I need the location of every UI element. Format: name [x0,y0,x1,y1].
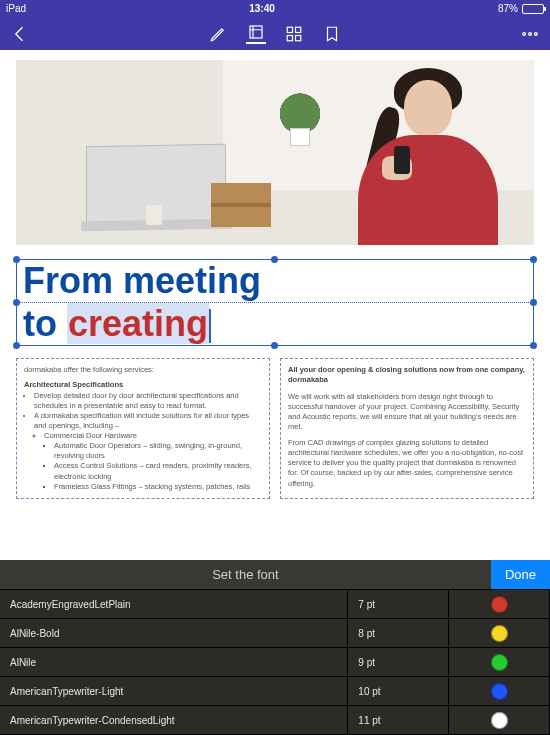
resize-handle[interactable] [530,256,537,263]
resize-handle[interactable] [271,342,278,349]
color-option[interactable] [449,706,550,735]
left-bullet: Develop detailed door by door architectu… [34,391,262,411]
app-toolbar [0,17,550,50]
selected-text-frame[interactable]: From meeting to creating [16,259,534,346]
headline-highlight: creating [67,303,209,344]
size-option[interactable]: 7 pt [348,590,449,619]
status-time: 13:40 [26,3,498,14]
frame-icon[interactable] [246,24,266,44]
color-option[interactable] [449,677,550,706]
pen-icon[interactable] [208,24,228,44]
svg-rect-3 [287,35,292,40]
status-device: iPad [6,3,26,14]
font-option[interactable]: AlNile-Bold [0,619,348,648]
headline-line1: From meeting [17,260,533,303]
size-option[interactable]: 10 pt [348,677,449,706]
color-swatch [491,712,508,729]
resize-handle[interactable] [271,256,278,263]
more-icon[interactable] [520,24,540,44]
size-option[interactable]: 11 pt [348,706,449,735]
color-option[interactable] [449,648,550,677]
size-list[interactable]: 7 pt 8 pt 9 pt 10 pt 11 pt [348,590,449,735]
panel-header: Set the font Done [0,560,550,590]
svg-rect-0 [250,26,262,38]
left-intro: dormakaba offer the following services: [24,365,262,375]
font-list[interactable]: AcademyEngravedLetPlain AlNile-Bold AlNi… [0,590,348,735]
svg-point-7 [535,32,538,35]
font-option[interactable]: AlNile [0,648,348,677]
svg-point-5 [523,32,526,35]
back-icon[interactable] [10,24,30,44]
left-subhead: Commercial Door Hardware [44,431,262,441]
color-option[interactable] [449,619,550,648]
right-column[interactable]: All your door opening & closing solution… [280,358,534,499]
battery-icon [522,4,544,14]
svg-rect-1 [287,27,292,32]
hero-image [16,60,534,245]
headline-prefix: to [23,303,67,344]
left-sub-bullet: Automatic Door Operators – sliding, swin… [54,441,262,461]
left-sub-bullet: Frameless Glass Fittings – stacking syst… [54,482,262,492]
right-p1: We will work with all stakeholders from … [288,392,526,433]
grid-icon[interactable] [284,24,304,44]
status-right: 87% [498,3,544,14]
document-canvas[interactable]: From meeting to creating dormakaba offer… [0,50,550,560]
svg-point-6 [529,32,532,35]
text-cursor [209,309,211,343]
body-columns: dormakaba offer the following services: … [16,358,534,499]
color-swatch [491,596,508,613]
resize-handle[interactable] [530,299,537,306]
svg-rect-2 [296,27,301,32]
color-swatch [491,625,508,642]
color-option[interactable] [449,590,550,619]
size-option[interactable]: 8 pt [348,619,449,648]
font-option[interactable]: AcademyEngravedLetPlain [0,590,348,619]
left-sub-bullet: Access Control Solutions – card readers,… [54,461,262,481]
svg-rect-4 [296,35,301,40]
color-swatch [491,654,508,671]
resize-handle[interactable] [13,342,20,349]
done-button[interactable]: Done [491,560,550,589]
resize-handle[interactable] [13,299,20,306]
color-list[interactable] [449,590,550,735]
headline-line2: to creating [17,303,533,345]
bookmark-icon[interactable] [322,24,342,44]
left-bullet: A dormakaba specification will include s… [34,411,262,431]
panel-title: Set the font [0,567,491,582]
status-bar: iPad 13:40 87% [0,0,550,17]
left-column[interactable]: dormakaba offer the following services: … [16,358,270,499]
right-lead: All your door opening & closing solution… [288,365,525,384]
left-section-title: Architectural Specifications [24,380,123,389]
battery-percent: 87% [498,3,518,14]
resize-handle[interactable] [13,256,20,263]
page: From meeting to creating dormakaba offer… [16,60,534,499]
resize-handle[interactable] [530,342,537,349]
right-p2: From CAD drawings of complex glazing sol… [288,438,526,489]
font-picker-panel: Set the font Done AcademyEngravedLetPlai… [0,560,550,735]
size-option[interactable]: 9 pt [348,648,449,677]
color-swatch [491,683,508,700]
font-option[interactable]: AmericanTypewriter-CondensedLight [0,706,348,735]
font-option[interactable]: AmericanTypewriter-Light [0,677,348,706]
